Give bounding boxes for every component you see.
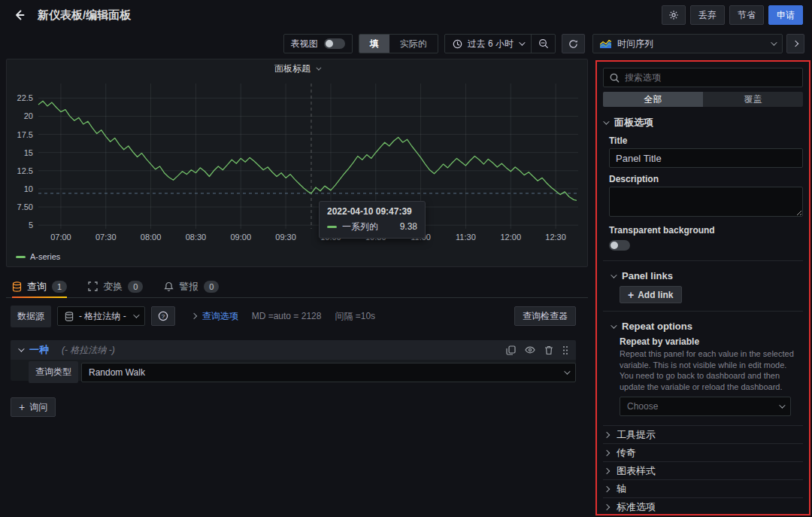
dashboard-settings-button[interactable]: [662, 5, 686, 25]
time-range-picker[interactable]: 过去 6 小时: [445, 35, 531, 53]
table-view-toggle[interactable]: 表视图: [283, 34, 353, 53]
add-link-label: Add link: [638, 290, 673, 300]
query-options-link[interactable]: 查询选项: [202, 310, 238, 323]
tooltip-timestamp: 2022-04-10 09:47:39: [327, 206, 417, 217]
chevron-right-icon: [792, 41, 798, 47]
chart-legend[interactable]: A-series: [16, 252, 60, 261]
section-panel-options[interactable]: 面板选项: [603, 116, 803, 129]
query-inspector-button[interactable]: 查询检查器: [514, 306, 576, 326]
gear-icon: [668, 10, 679, 20]
chevron-down-icon: [316, 65, 321, 70]
add-link-button[interactable]: + Add link: [620, 286, 682, 303]
refresh-icon: [568, 39, 578, 49]
panel-title-menu[interactable]: 面板标题: [7, 59, 587, 78]
query-type-select[interactable]: Random Walk: [81, 363, 576, 382]
datasource-select[interactable]: - 格拉法纳 -: [57, 306, 145, 326]
panel-links-header: Panel links: [622, 270, 673, 281]
section-standard-options[interactable]: 标准选项: [603, 497, 803, 515]
datasource-value: - 格拉法纳 -: [79, 310, 126, 323]
tab-alert-label: 警报: [179, 280, 198, 293]
chevron-down-icon: [771, 39, 777, 45]
switch-knob: [611, 242, 618, 249]
collapse-chevron-icon: [18, 345, 24, 351]
bell-icon: [164, 281, 174, 292]
page-title: 新仪表板/编辑面板: [38, 8, 131, 23]
section-tooltip-label: 工具提示: [617, 428, 656, 442]
transparent-bg-label: Transparent background: [609, 225, 803, 236]
save-button[interactable]: 节省: [729, 5, 764, 25]
repeat-variable-select[interactable]: Choose: [620, 397, 791, 416]
query-type-label: 查询类型: [29, 361, 78, 383]
tab-all-options[interactable]: 全部: [603, 92, 703, 107]
options-search-input[interactable]: [625, 72, 796, 83]
chevron-down-icon: [611, 272, 617, 278]
query-row-card: 一种 (- 格拉法纳 -) 查询类型 Random Walk: [11, 340, 576, 381]
query-row-body: 查询类型 Random Walk: [11, 360, 576, 383]
panel-title-input[interactable]: [609, 148, 803, 168]
max-datapoints-meta: MD =auto = 2128: [252, 311, 322, 321]
panel-description-textarea[interactable]: [609, 187, 803, 217]
section-legend[interactable]: 传奇: [603, 443, 803, 461]
apply-button[interactable]: 申请: [768, 5, 803, 25]
switch-knob: [326, 40, 333, 47]
query-type-value: Random Walk: [89, 367, 145, 378]
legend-color-swatch: [16, 256, 26, 258]
section-panel-links[interactable]: Panel links: [611, 270, 803, 281]
svg-text:08:00: 08:00: [141, 233, 162, 242]
chart-plot[interactable]: 22.52017.51512.5107.50507:0007:3008:0008…: [11, 79, 583, 245]
discard-button[interactable]: 丢弃: [690, 5, 725, 25]
add-query-button[interactable]: + 询问: [11, 397, 56, 417]
zoom-out-button[interactable]: [531, 35, 555, 53]
tab-overrides[interactable]: 覆盖: [703, 92, 803, 107]
tab-query[interactable]: 查询 1: [12, 275, 67, 297]
chevron-down-icon: [519, 39, 525, 45]
options-search[interactable]: [603, 68, 803, 87]
datasource-help-button[interactable]: ?: [151, 306, 175, 326]
duplicate-query-button[interactable]: [506, 345, 516, 355]
section-axis[interactable]: 轴: [603, 479, 803, 497]
toolbar-right: 时间序列: [592, 34, 812, 53]
options-filter-tabs: 全部 覆盖: [603, 92, 803, 107]
query-row-header[interactable]: 一种 (- 格拉法纳 -): [11, 340, 576, 360]
clock-icon: [453, 39, 462, 49]
section-graph-styles[interactable]: 图表样式: [603, 461, 803, 479]
chevron-down-icon: [779, 402, 785, 408]
tab-transform-label: 变换: [103, 280, 123, 293]
query-options-toggle[interactable]: 查询选项: [192, 310, 238, 323]
tab-query-count: 1: [52, 281, 67, 293]
hide-query-button[interactable]: [525, 345, 535, 354]
svg-text:?: ?: [161, 313, 165, 320]
collapse-options-button[interactable]: [786, 34, 804, 53]
header-actions: 丢弃 节省 申请: [662, 5, 803, 25]
chevron-right-icon: [604, 503, 610, 509]
section-repeat-options[interactable]: Repeat options: [611, 321, 803, 332]
section-tooltip[interactable]: 工具提示: [603, 425, 803, 443]
tooltip-series-value: 9.38: [400, 221, 417, 232]
drag-handle[interactable]: [562, 345, 568, 355]
panel-toolbar: 表视图 填 实际的 过去 6 小时 时间序列: [0, 33, 812, 54]
legend-series-label: A-series: [30, 252, 60, 261]
svg-text:07:30: 07:30: [95, 233, 117, 242]
series-color-swatch: [327, 226, 337, 228]
tab-transform[interactable]: 变换 0: [88, 275, 143, 297]
chevron-right-icon: [604, 467, 610, 473]
panel-options-header: 面板选项: [614, 116, 653, 129]
back-button[interactable]: [9, 5, 30, 26]
transparent-bg-switch[interactable]: [609, 240, 630, 251]
delete-query-button[interactable]: [544, 345, 553, 355]
section-legend-label: 传奇: [617, 446, 636, 460]
refresh-button[interactable]: [562, 34, 585, 53]
tab-query-label: 查询: [27, 280, 47, 293]
time-range-label: 过去 6 小时: [468, 38, 514, 50]
svg-text:09:00: 09:00: [230, 233, 251, 242]
tab-alert[interactable]: 警报 0: [164, 275, 219, 297]
actual-button[interactable]: 实际的: [389, 35, 438, 53]
svg-text:10: 10: [24, 184, 33, 193]
options-pane: 全部 覆盖 面板选项 Title Description Transparent…: [595, 60, 810, 515]
table-view-switch[interactable]: [324, 38, 345, 49]
timeseries-chart: 22.52017.51512.5107.50507:0007:3008:0008…: [11, 79, 583, 245]
fill-button[interactable]: 填: [359, 35, 389, 53]
visualization-select[interactable]: 时间序列: [592, 34, 783, 53]
back-arrow-icon: [13, 8, 26, 22]
plus-icon: +: [19, 402, 25, 412]
